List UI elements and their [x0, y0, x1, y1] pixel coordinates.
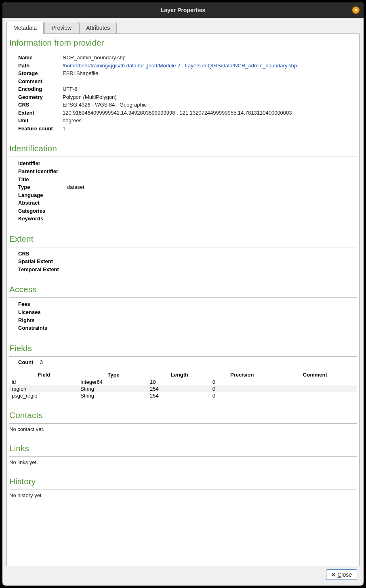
section-extent: Extent CRS Spatial Extent Temporal Exten…	[9, 234, 357, 274]
value-type: dataset	[67, 183, 84, 191]
history-message: No history yet.	[9, 492, 357, 498]
fields-count: Count 3	[18, 359, 357, 365]
close-icon[interactable]: ✕	[352, 6, 360, 14]
label-spatial-extent: Spatial Extent	[18, 257, 68, 266]
value-unit: degrees	[63, 117, 297, 125]
cell-type: String	[79, 392, 148, 399]
fields-header-type: Type	[79, 371, 148, 379]
cell-precision: 0	[211, 379, 273, 385]
close-button-label: Close	[337, 571, 352, 578]
x-icon: ✕	[331, 572, 336, 578]
value-feature-count: 1	[63, 125, 297, 133]
divider	[9, 423, 357, 424]
label-comment: Comment	[18, 77, 63, 86]
label-constraints: Constraints	[18, 324, 63, 332]
divider	[9, 247, 357, 247]
fields-header-length: Length	[148, 371, 211, 379]
label-path: Path	[18, 62, 63, 70]
label-rights: Rights	[18, 316, 63, 324]
section-title-info: Information from provider	[9, 38, 357, 49]
label-parent-identifier: Parent Identifier	[18, 167, 67, 176]
tab-panel: Information from provider Name NCR_admin…	[6, 33, 360, 566]
value-categories	[67, 207, 84, 215]
section-contacts: Contacts No contact yet.	[9, 410, 357, 432]
tab-preview[interactable]: Preview	[44, 22, 78, 34]
label-field-count: Count	[18, 359, 38, 365]
cell-length: 254	[148, 385, 211, 392]
value-comment	[63, 77, 297, 86]
section-title-contacts: Contacts	[9, 410, 357, 422]
section-title-identification: Identification	[9, 144, 357, 155]
value-encoding: UTF-8	[63, 85, 297, 93]
provider-table: Name NCR_admin_boundary.shp Path /home/b…	[18, 54, 297, 132]
tab-attributes[interactable]: Attributes	[79, 22, 117, 34]
value-abstract	[67, 199, 84, 207]
value-name: NCR_admin_boundary.shp	[63, 54, 297, 62]
extent-table: CRS Spatial Extent Temporal Extent	[18, 250, 68, 274]
window-title: Layer Properties	[161, 7, 206, 13]
label-keywords: Keywords	[18, 215, 67, 223]
value-extent: 120.9169464099999942,14.3492803599999998…	[63, 109, 297, 117]
label-abstract: Abstract	[18, 199, 67, 207]
section-title-history: History	[9, 477, 357, 488]
cell-comment	[273, 385, 357, 392]
value-geometry: Polygon (MultiPolygon)	[63, 93, 297, 101]
section-title-extent: Extent	[9, 234, 357, 245]
label-categories: Categories	[18, 207, 67, 215]
cell-length: 254	[148, 392, 211, 399]
contacts-message: No contact yet.	[9, 426, 357, 432]
value-crs: EPSG:4326 - WGS 84 - Geographic	[63, 101, 297, 109]
metadata-scroll[interactable]: Information from provider Name NCR_admin…	[7, 34, 359, 566]
cell-type: Integer64	[79, 379, 148, 385]
dialog-window: Layer Properties ✕ Metadata Preview Attr…	[2, 2, 364, 586]
section-fields: Fields Count 3 Field Type Length Precisi	[9, 343, 357, 399]
links-message: No links yet.	[9, 459, 357, 465]
label-title: Title	[18, 176, 67, 184]
divider	[9, 51, 357, 51]
tabbar: Metadata Preview Attributes	[6, 22, 360, 34]
divider	[9, 490, 357, 490]
table-row: idInteger64100	[9, 379, 357, 385]
fields-table: Field Type Length Precision Comment idIn…	[9, 371, 357, 399]
value-field-count: 3	[40, 359, 43, 365]
titlebar: Layer Properties ✕	[2, 2, 364, 18]
label-feature-count: Feature count	[18, 125, 63, 133]
section-history: History No history yet.	[9, 477, 357, 498]
label-fees: Fees	[18, 300, 63, 308]
divider	[9, 297, 357, 298]
cell-field: id	[9, 379, 79, 385]
cell-precision: 0	[211, 392, 273, 399]
dialog-body: Metadata Preview Attributes Information …	[2, 18, 364, 586]
label-type: Type	[18, 183, 67, 191]
divider	[9, 356, 357, 357]
value-identifier	[67, 159, 84, 167]
section-identification: Identification Identifier Parent Identif…	[9, 144, 357, 222]
value-keywords	[67, 215, 84, 223]
divider	[9, 157, 357, 157]
label-geometry: Geometry	[18, 93, 63, 101]
identification-table: Identifier Parent Identifier Title Typed…	[18, 159, 84, 222]
table-row: psgc_regioString2540	[9, 392, 357, 399]
fields-header-field: Field	[9, 371, 79, 379]
cell-field: psgc_regio	[9, 392, 79, 399]
section-links: Links No links yet.	[9, 444, 357, 465]
label-identifier: Identifier	[18, 159, 67, 167]
table-row: regionString2540	[9, 385, 357, 392]
label-crs: CRS	[18, 101, 63, 109]
label-name: Name	[18, 54, 63, 62]
section-access: Access Fees Licenses Rights Constraints	[9, 285, 357, 332]
cell-comment	[273, 392, 357, 399]
section-title-access: Access	[9, 285, 357, 296]
value-parent-identifier	[67, 167, 84, 176]
label-ext-crs: CRS	[18, 250, 68, 258]
value-path[interactable]: /home/bnhr/training/qgis/fb data for goo…	[63, 63, 297, 69]
close-button[interactable]: ✕ Close	[326, 569, 357, 580]
tab-metadata[interactable]: Metadata	[6, 22, 44, 34]
cell-precision: 0	[211, 385, 273, 392]
access-table: Fees Licenses Rights Constraints	[18, 300, 63, 332]
label-encoding: Encoding	[18, 85, 63, 93]
label-temporal-extent: Temporal Extent	[18, 266, 68, 274]
cell-field: region	[9, 385, 79, 392]
label-language: Language	[18, 191, 67, 199]
label-unit: Unit	[18, 117, 63, 125]
